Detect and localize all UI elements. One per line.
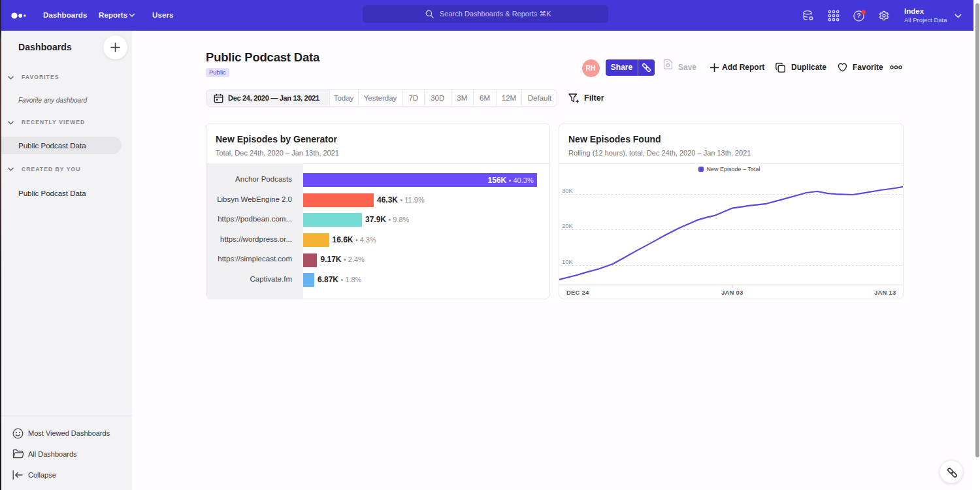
svg-text:?: ? [857, 12, 860, 20]
